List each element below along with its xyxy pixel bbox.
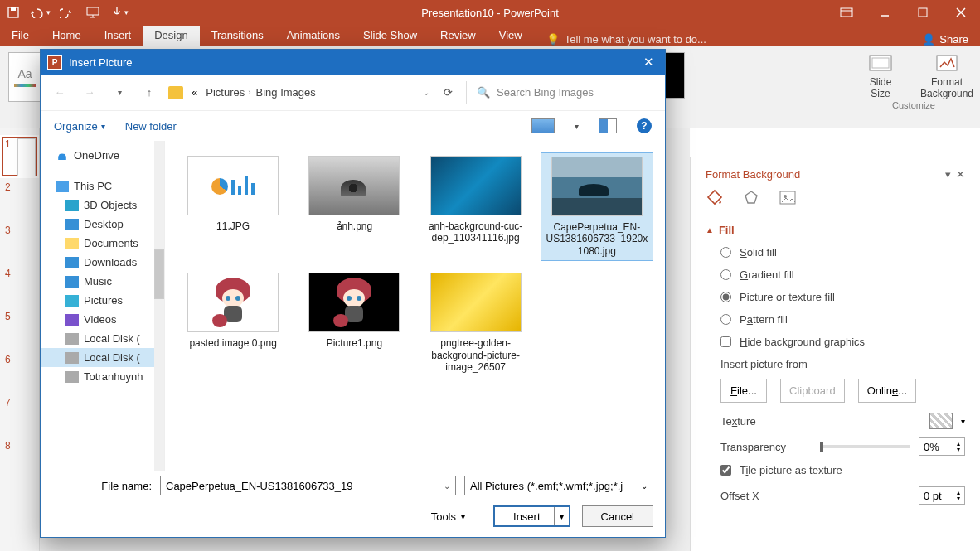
tree-scrollbar[interactable]	[154, 141, 164, 471]
minimize-icon[interactable]	[866, 0, 904, 25]
offset-x-value[interactable]: 0 pt▴▾	[919, 486, 965, 505]
3d-icon	[65, 200, 79, 211]
search-input[interactable]: 🔍 Search Bing Images	[466, 81, 657, 104]
preview-pane-icon[interactable]	[599, 118, 617, 133]
view-switch-icon[interactable]	[531, 118, 555, 133]
tree-node[interactable]: Downloads	[41, 253, 164, 272]
file-name-input[interactable]: CapePerpetua_EN-US1381606733_19⌄	[160, 476, 456, 495]
save-icon[interactable]	[0, 1, 27, 24]
breadcrumb-dropdown-icon[interactable]: ⌄	[423, 88, 429, 97]
share-button[interactable]: 👤Share	[910, 33, 980, 46]
undo-icon[interactable]: ▾	[27, 1, 53, 24]
slide-thumb-5[interactable]: 5	[0, 307, 39, 350]
nav-recent-icon[interactable]: ▾	[109, 82, 130, 104]
tile-checkbox[interactable]: Tile picture as texture	[720, 464, 965, 476]
tree-node[interactable]: Music	[41, 272, 164, 291]
tree-node[interactable]: Local Disk (	[41, 329, 164, 348]
refresh-icon[interactable]: ⟳	[438, 83, 458, 103]
slide-thumb-1[interactable]: 1	[0, 135, 39, 178]
breadcrumb-seg-1[interactable]: Bing Images	[256, 86, 316, 99]
picture-fill-option[interactable]: Picture or texture fill	[720, 291, 965, 303]
title-bar: ▾ ▾ Presentation10 - PowerPoint	[0, 0, 980, 25]
theme-thumbnail[interactable]: Aa	[8, 52, 41, 102]
gradient-fill-option[interactable]: Gradient fill	[720, 268, 965, 281]
ribbon-display-icon[interactable]	[827, 0, 866, 25]
cancel-button[interactable]: Cancel	[582, 505, 653, 527]
view-switch-dropdown[interactable]: ▾	[575, 122, 579, 131]
tell-me-search[interactable]: 💡Tell me what you want to do...	[546, 33, 706, 46]
slide-thumb-6[interactable]: 6	[0, 350, 39, 394]
slide-size-icon	[868, 52, 893, 74]
tab-file[interactable]: File	[0, 26, 41, 46]
organize-button[interactable]: Organize▾	[54, 120, 105, 133]
dialog-title: Insert Picture	[69, 56, 133, 69]
folder-icon	[168, 86, 183, 99]
touch-mode-icon[interactable]: ▾	[106, 1, 133, 24]
format-background-button[interactable]: Format Background	[914, 46, 980, 100]
texture-swatch[interactable]	[929, 413, 953, 429]
slide-size-button[interactable]: Slide Size	[847, 46, 914, 100]
tree-node[interactable]: Videos	[41, 310, 164, 329]
transparency-slider[interactable]	[820, 445, 910, 448]
tab-view[interactable]: View	[488, 26, 534, 46]
tree-node[interactable]: Local Disk (	[41, 348, 164, 367]
dialog-close-icon[interactable]: ✕	[632, 55, 665, 70]
tab-animations[interactable]: Animations	[275, 26, 352, 46]
present-from-start-icon[interactable]	[80, 1, 106, 24]
tab-design[interactable]: Design	[143, 26, 199, 46]
redo-icon[interactable]	[53, 1, 80, 24]
slide-thumb-3[interactable]: 3	[0, 221, 39, 264]
disk-icon	[65, 352, 79, 364]
tab-review[interactable]: Review	[429, 26, 488, 46]
nav-fwd-icon[interactable]: →	[79, 82, 100, 104]
breadcrumb-seg-0[interactable]: Pictures	[206, 86, 245, 99]
tree-node[interactable]: Desktop	[41, 215, 164, 234]
file-item[interactable]: 11.JPG	[177, 152, 289, 261]
hide-bg-graphics[interactable]: Hide background graphics	[720, 336, 965, 348]
vid-icon	[65, 314, 79, 326]
file-item[interactable]: CapePerpetua_EN-US1381606733_1920x1080.j…	[541, 152, 653, 261]
slide-thumb-8[interactable]: 8	[0, 437, 39, 480]
transparency-value[interactable]: 0%▴▾	[919, 437, 965, 456]
file-item[interactable]: anh-background-cuc-dep_110341116.jpg	[420, 152, 532, 261]
tree-node[interactable]: OneDrive	[41, 146, 164, 165]
help-icon[interactable]: ?	[637, 118, 652, 133]
file-item[interactable]: Picture1.png	[298, 269, 410, 376]
chevron-down-icon[interactable]: ▾	[961, 417, 965, 426]
file-item[interactable]: ảnh.png	[298, 152, 410, 261]
tab-slideshow[interactable]: Slide Show	[352, 26, 429, 46]
file-type-filter[interactable]: All Pictures (*.emf;*.wmf;*.jpg;*.j⌄	[464, 476, 653, 495]
picture-icon[interactable]	[779, 189, 797, 207]
slide-thumb-7[interactable]: 7	[0, 394, 39, 437]
insert-button[interactable]: Insert▾	[493, 505, 570, 527]
nav-back-icon[interactable]: ←	[49, 82, 70, 104]
effects-icon[interactable]	[742, 189, 760, 207]
maximize-icon[interactable]	[904, 0, 942, 25]
online-button[interactable]: Online...	[858, 379, 916, 403]
slide-thumb-2[interactable]: 2	[0, 178, 39, 221]
pattern-fill-option[interactable]: Pattern fill	[720, 313, 965, 326]
share-icon: 👤	[922, 33, 935, 46]
tools-dropdown[interactable]: Tools▾	[431, 510, 465, 523]
nav-up-icon[interactable]: ↑	[138, 82, 160, 104]
tab-home[interactable]: Home	[41, 26, 93, 46]
new-folder-button[interactable]: New folder	[125, 120, 177, 133]
tree-node[interactable]: This PC	[41, 176, 164, 196]
file-button[interactable]: File...	[720, 379, 767, 403]
tree-node[interactable]: Totranhuynh	[41, 367, 164, 386]
file-item[interactable]: pasted image 0.png	[177, 269, 289, 376]
tab-insert[interactable]: Insert	[93, 26, 143, 46]
fill-icon[interactable]	[706, 189, 724, 207]
solid-fill-option[interactable]: Solid fill	[720, 246, 965, 259]
tree-node[interactable]: 3D Objects	[41, 196, 164, 215]
close-icon[interactable]	[942, 0, 980, 25]
collapse-icon[interactable]: ▲	[706, 225, 714, 234]
pane-close-icon[interactable]: ✕	[956, 168, 965, 181]
file-item[interactable]: pngtree-golden-background-picture-image_…	[420, 269, 532, 376]
tree-node[interactable]: Pictures	[41, 291, 164, 310]
breadcrumb[interactable]: « Pictures› Bing Images ⌄	[168, 86, 429, 99]
pane-options-icon[interactable]: ▾	[945, 168, 951, 181]
slide-thumb-4[interactable]: 4	[0, 264, 39, 307]
tab-transitions[interactable]: Transitions	[200, 26, 275, 46]
tree-node[interactable]: Documents	[41, 234, 164, 253]
